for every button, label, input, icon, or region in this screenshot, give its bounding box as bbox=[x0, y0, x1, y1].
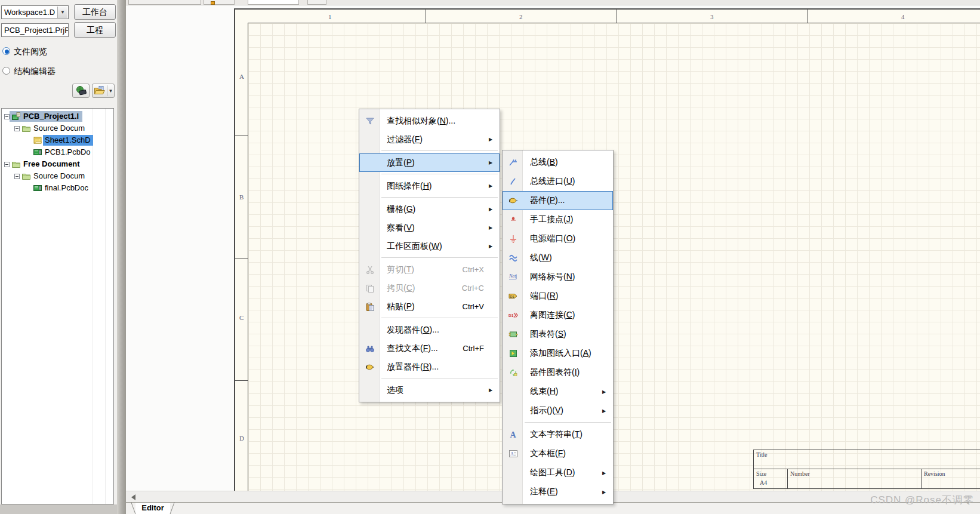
menu-item-sheet-symbol[interactable]: 图表符(S) bbox=[503, 325, 613, 344]
menu-item-options[interactable]: 选项▶ bbox=[359, 381, 500, 399]
menu-item-device-sheet-symbol[interactable]: 器件图表符(I) bbox=[503, 363, 613, 382]
sheet-entry-icon bbox=[509, 349, 518, 358]
paste-icon bbox=[360, 302, 380, 312]
menu-separator bbox=[381, 257, 498, 258]
tree-expander-icon[interactable] bbox=[4, 114, 10, 119]
menu-item-directives[interactable]: 指示()(V)▶ bbox=[503, 401, 613, 420]
svg-text:D1: D1 bbox=[510, 295, 514, 298]
tree-item-PCB1.PcbDo[interactable]: PCB1.PcbDo bbox=[2, 146, 113, 158]
tree-expander-icon[interactable] bbox=[14, 126, 20, 131]
workspace-selector[interactable]: Workspace1.D ▼ bbox=[1, 5, 69, 19]
workbench-button[interactable]: 工作台 bbox=[74, 4, 116, 20]
bus-icon bbox=[509, 158, 518, 167]
altium-designer-window: Workspace1.D ▼ 工作台 PCB_Project1.PrjPC 工程… bbox=[0, 0, 980, 514]
project-button[interactable]: 工程 bbox=[74, 22, 116, 38]
menu-item-shortcut: Ctrl+F bbox=[463, 344, 489, 353]
tree-item-Sheet1.SchD[interactable]: Sheet1.SchD bbox=[2, 134, 113, 146]
menu-item-text-frame[interactable]: A文本框(F) bbox=[503, 444, 613, 463]
open-documents-button[interactable]: ▼ bbox=[92, 84, 115, 98]
tree-item-Source-Docum[interactable]: Source Docum bbox=[2, 122, 113, 134]
menu-item-grid[interactable]: 栅格(G)▶ bbox=[359, 200, 500, 218]
radio-structure-editor[interactable] bbox=[2, 67, 10, 75]
tree-item-final.PcbDoc[interactable]: final.PcbDoc bbox=[2, 182, 113, 194]
tree-expander-icon[interactable] bbox=[4, 162, 10, 167]
menu-separator bbox=[381, 150, 498, 151]
title-block-size-value: A4 bbox=[760, 479, 767, 486]
menu-item-net-label[interactable]: Net网络标号(N) bbox=[503, 267, 613, 287]
context-menu: 查找相似对象(N)...过滤器(F)▶放置(P)▶图纸操作(H)▶栅格(G)▶察… bbox=[359, 109, 500, 402]
row-label: C bbox=[239, 314, 244, 321]
part-icon bbox=[509, 196, 518, 205]
menu-item-discover-part[interactable]: 发现器件(O)... bbox=[359, 321, 500, 339]
menu-item-add-sheet-entry[interactable]: 添加图纸入口(A) bbox=[503, 344, 613, 363]
menu-item-find-text[interactable]: 查找文本(F)...Ctrl+F bbox=[359, 339, 500, 358]
radio-file-view[interactable] bbox=[2, 47, 10, 55]
menu-item-part[interactable]: 器件(P)... bbox=[503, 191, 613, 210]
paste-icon bbox=[365, 302, 375, 312]
tree-expander-icon[interactable] bbox=[14, 174, 20, 179]
menu-item-wire[interactable]: 线(W) bbox=[503, 248, 613, 267]
tree-item-Free-Document[interactable]: Free Document bbox=[2, 158, 113, 170]
sheet-grid-area[interactable] bbox=[248, 23, 980, 491]
submenu-arrow-icon: ▶ bbox=[489, 183, 499, 189]
chevron-down-icon[interactable]: ▼ bbox=[57, 7, 67, 18]
menu-item-place[interactable]: 放置(P)▶ bbox=[359, 153, 500, 172]
project-selector-value: PCB_Project1.PrjPC bbox=[4, 26, 69, 35]
menu-item-filter[interactable]: 过滤器(F)▶ bbox=[359, 130, 500, 149]
cut-icon bbox=[365, 265, 375, 275]
submenu-arrow-icon: ▶ bbox=[602, 389, 612, 395]
globe-device-icon bbox=[75, 85, 87, 96]
menu-item-label: 总线进口(U) bbox=[530, 176, 575, 187]
submenu-arrow-icon: ▶ bbox=[602, 490, 612, 495]
toolbar-widget[interactable] bbox=[307, 0, 326, 5]
power-port-icon bbox=[503, 234, 523, 244]
folder-icon bbox=[21, 124, 31, 133]
submenu-arrow-icon: ▶ bbox=[489, 244, 499, 249]
folder-icon bbox=[11, 159, 21, 169]
workspace-collaboration-button[interactable] bbox=[72, 84, 90, 98]
project-tree: PCB_Project1.lSource DocumSheet1.SchDPCB… bbox=[1, 108, 114, 504]
menu-item-off-sheet-connector[interactable]: D1离图连接(C) bbox=[503, 306, 613, 325]
menu-item-paste[interactable]: 粘贴(P)Ctrl+V bbox=[359, 297, 500, 316]
menu-item-view[interactable]: 察看(V)▶ bbox=[359, 218, 500, 237]
bus-entry-icon bbox=[509, 177, 518, 186]
tree-item-PCB_Project1.l[interactable]: PCB_Project1.l bbox=[2, 110, 113, 122]
menu-item-place-part[interactable]: 放置器件(R)... bbox=[359, 358, 500, 376]
toolbar-widget[interactable] bbox=[128, 0, 201, 5]
toolbar-widget[interactable] bbox=[204, 0, 235, 5]
menu-item-sheet-actions[interactable]: 图纸操作(H)▶ bbox=[359, 177, 500, 195]
menu-item-power-port[interactable]: 电源端口(O) bbox=[503, 229, 613, 248]
menu-item-bus-entry[interactable]: 总线进口(U) bbox=[503, 172, 613, 191]
menu-item-text-string[interactable]: A文本字符串(T) bbox=[503, 425, 613, 444]
menu-item-annotate[interactable]: 注释(E)▶ bbox=[503, 482, 613, 501]
chevron-down-icon[interactable]: ▼ bbox=[109, 88, 113, 94]
menu-item-drawing-tools[interactable]: 绘图工具(D)▶ bbox=[503, 463, 613, 482]
submenu-arrow-icon: ▶ bbox=[489, 225, 499, 230]
pcb-doc-icon bbox=[33, 147, 42, 157]
port-icon: D1 bbox=[509, 291, 518, 301]
menu-item-bus[interactable]: 总线(B) bbox=[503, 153, 613, 172]
menu-item-workspace-panels[interactable]: 工作区面板(W)▶ bbox=[359, 237, 500, 256]
menu-item-label: 选项 bbox=[387, 385, 403, 396]
menu-item-find-similar[interactable]: 查找相似对象(N)... bbox=[359, 112, 500, 130]
menu-item-port[interactable]: D1端口(R) bbox=[503, 287, 613, 306]
project-selector[interactable]: PCB_Project1.PrjPC bbox=[1, 23, 69, 37]
title-block-number-label: Number bbox=[790, 470, 810, 477]
text-frame-icon: A bbox=[503, 449, 523, 458]
tree-item-Source-Docum[interactable]: Source Docum bbox=[2, 170, 113, 182]
menu-item-harness[interactable]: 线束(H)▶ bbox=[503, 382, 613, 401]
tab-editor[interactable]: Editor bbox=[135, 503, 170, 514]
scroll-left-arrow-icon[interactable] bbox=[131, 494, 135, 500]
bus-icon bbox=[503, 158, 523, 167]
tree-item-label: Sheet1.SchD bbox=[43, 135, 93, 146]
column-tick bbox=[617, 10, 617, 23]
svg-text:D1: D1 bbox=[509, 313, 514, 318]
column-label: 4 bbox=[901, 13, 905, 20]
menu-item-label: 绘图工具(D) bbox=[530, 467, 575, 478]
junction-icon bbox=[503, 215, 523, 224]
panel-splitter[interactable] bbox=[117, 0, 126, 514]
svg-text:A: A bbox=[510, 451, 514, 457]
menu-item-manual-junction[interactable]: 手工接点(J) bbox=[503, 210, 613, 229]
toolbar-combo[interactable] bbox=[248, 0, 299, 5]
sheet-symbol-icon bbox=[503, 330, 523, 339]
